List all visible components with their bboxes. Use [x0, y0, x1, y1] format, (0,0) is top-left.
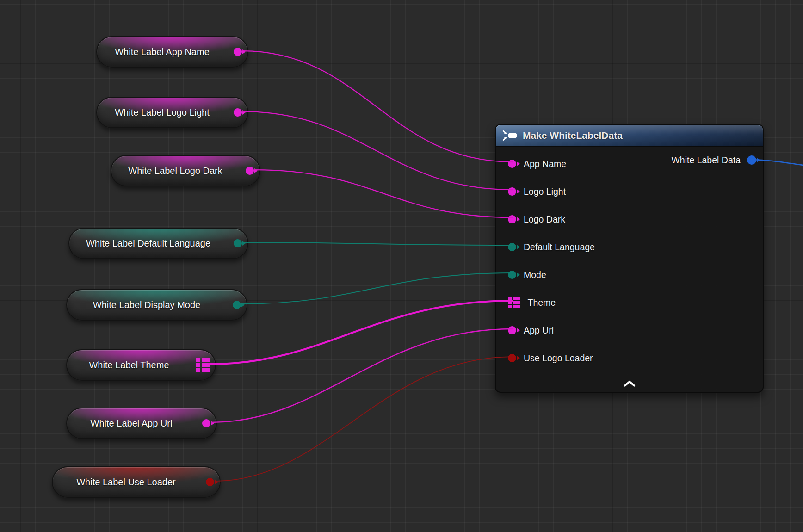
getter-output-pin[interactable] — [234, 239, 242, 247]
struct-pin-icon[interactable] — [508, 297, 520, 308]
getter-node-white-label-use-loader[interactable]: White Label Use Loader — [52, 466, 221, 498]
wire-display-mode[interactable] — [241, 273, 513, 304]
input-pin[interactable] — [508, 271, 516, 279]
input-pin[interactable] — [508, 160, 516, 168]
getter-node-label: White Label Logo Dark — [128, 166, 242, 176]
getter-node-white-label-logo-dark[interactable]: White Label Logo Dark — [111, 155, 260, 186]
input-row-mode: Mode — [496, 261, 763, 289]
getter-output-pin[interactable] — [202, 419, 210, 427]
input-pin-label: Logo Dark — [524, 214, 565, 225]
input-row-logo-dark: Logo Dark — [496, 205, 763, 233]
input-row-default-language: Default Language — [496, 233, 763, 261]
input-pin[interactable] — [508, 215, 516, 223]
getter-node-label: White Label Theme — [89, 360, 193, 371]
output-pin-label: White Label Data — [671, 155, 741, 166]
struct-pin-icon[interactable] — [196, 358, 210, 372]
getter-output-pin[interactable] — [234, 108, 242, 117]
input-pin-label: Theme — [528, 297, 556, 308]
input-row-app-url: App Url — [496, 316, 763, 344]
input-pin-label: Use Logo Loader — [524, 353, 593, 364]
getter-node-white-label-app-name[interactable]: White Label App Name — [96, 36, 248, 68]
input-pin-label: App Name — [524, 159, 566, 169]
input-pin-label: Mode — [524, 270, 546, 280]
getter-node-label: White Label Display Mode — [93, 300, 221, 310]
input-row-use-logo-loader: Use Logo Loader — [496, 344, 763, 372]
getter-output-pin[interactable] — [246, 167, 254, 175]
make-whitelabeldata-node[interactable]: Make WhiteLabelData White Label Data App… — [495, 124, 764, 393]
collapse-pins-button[interactable] — [618, 378, 641, 389]
wire-logo-light[interactable] — [242, 111, 513, 190]
input-row-theme: Theme — [496, 289, 763, 316]
input-row-logo-light: Logo Light — [496, 178, 763, 205]
getter-node-white-label-display-mode[interactable]: White Label Display Mode — [66, 289, 247, 321]
graph-canvas[interactable]: White Label App Name White Label Logo Li… — [0, 0, 803, 532]
wire-app-name[interactable] — [242, 51, 513, 162]
input-pin[interactable] — [508, 326, 516, 334]
getter-output-pin[interactable] — [234, 48, 242, 56]
wire-app-url[interactable] — [211, 329, 513, 422]
getter-node-white-label-logo-light[interactable]: White Label Logo Light — [96, 97, 248, 128]
node-header[interactable]: Make WhiteLabelData — [496, 125, 763, 147]
getter-node-label: White Label Logo Light — [115, 107, 230, 118]
getter-node-white-label-app-url[interactable]: White Label App Url — [66, 408, 217, 439]
input-pin[interactable] — [508, 187, 516, 196]
wire-default-language[interactable] — [242, 242, 513, 245]
node-title: Make WhiteLabelData — [523, 130, 623, 141]
input-pin[interactable] — [508, 354, 516, 362]
getter-node-label: White Label App Name — [115, 47, 230, 57]
chevron-up-icon — [623, 380, 636, 387]
wire-logo-dark[interactable] — [254, 170, 513, 217]
getter-node-label: White Label Use Loader — [76, 477, 196, 488]
getter-node-white-label-default-language[interactable]: White Label Default Language — [68, 228, 248, 259]
getter-node-label: White Label Default Language — [86, 238, 231, 249]
getter-output-pin[interactable] — [233, 301, 241, 309]
output-row-white-label-data: White Label Data — [671, 151, 756, 169]
wire-use-loader[interactable] — [215, 357, 513, 481]
input-pin-label: Default Language — [524, 242, 595, 253]
getter-node-white-label-theme[interactable]: White Label Theme — [66, 349, 216, 381]
getter-output-pin[interactable] — [206, 478, 214, 486]
input-pin-label: Logo Light — [524, 186, 566, 197]
input-pin[interactable] — [508, 243, 516, 251]
input-pin-label: App Url — [524, 325, 554, 336]
getter-node-label: White Label App Url — [91, 418, 193, 429]
make-struct-icon — [502, 130, 518, 142]
